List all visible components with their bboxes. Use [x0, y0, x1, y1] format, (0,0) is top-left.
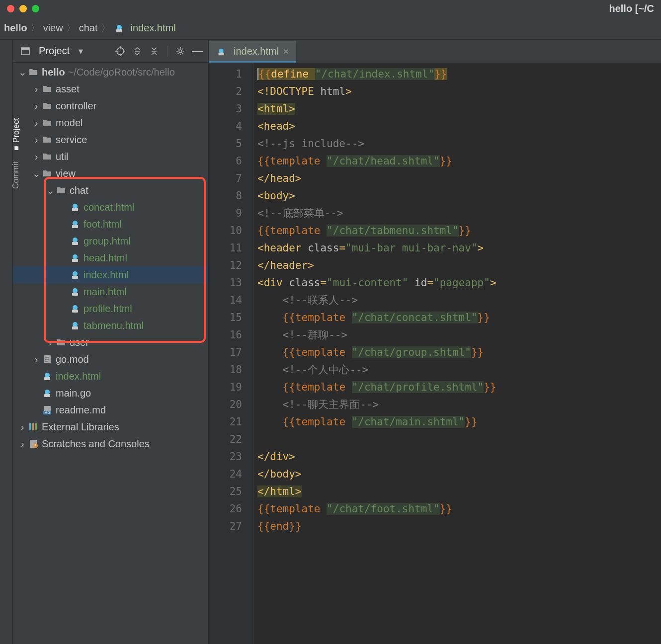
tree-file-go.mod[interactable]: ›go.mod [13, 351, 208, 368]
tree-folder-controller[interactable]: ›controller [13, 97, 208, 114]
line-number[interactable]: 26 [209, 500, 242, 518]
chevron-right-icon[interactable]: › [17, 435, 28, 452]
tree-file-readme.md[interactable]: ·MDreadme.md [13, 402, 208, 418]
tree-file-main.go[interactable]: ·main.go [13, 385, 208, 402]
crumb-chat[interactable]: chat [79, 22, 98, 34]
chevron-right-icon[interactable]: › [31, 131, 42, 148]
line-number[interactable]: 18 [209, 361, 242, 379]
tree-folder-user[interactable]: ›user [13, 334, 208, 351]
code-line[interactable]: <header class="mui-bar mui-bar-nav"> [257, 240, 661, 257]
collapse-all-icon[interactable] [148, 45, 160, 57]
line-number[interactable]: 27 [209, 518, 242, 535]
code-line[interactable]: </header> [257, 257, 661, 274]
code-line[interactable]: {{template "/chat/tabmenu.shtml"}} [257, 222, 661, 240]
code-line[interactable]: <head> [257, 118, 661, 135]
chevron-down-icon[interactable]: ▾ [75, 45, 86, 57]
tree-folder-model[interactable]: ›model [13, 114, 208, 131]
chevron-right-icon[interactable]: › [45, 334, 56, 351]
tree-file-concat.html[interactable]: ·concat.html [13, 199, 208, 216]
code-line[interactable]: <html> [257, 100, 661, 118]
code-line[interactable]: <!--群聊--> [257, 326, 661, 344]
tree-file-foot.html[interactable]: ·foot.html [13, 216, 208, 233]
minimize-window-button[interactable] [19, 5, 27, 12]
line-number[interactable]: 20 [209, 396, 242, 413]
code-line[interactable]: </body> [257, 466, 661, 483]
code-line[interactable]: <!DOCTYPE html> [257, 83, 661, 100]
line-number[interactable]: 24 [209, 466, 242, 483]
line-number[interactable]: 13 [209, 274, 242, 292]
line-number[interactable]: 7 [209, 170, 242, 187]
line-number[interactable]: 19 [209, 379, 242, 396]
chevron-right-icon[interactable]: › [31, 148, 42, 165]
code-line[interactable]: </head> [257, 170, 661, 187]
tree-file-index.html[interactable]: ·index.html [13, 368, 208, 385]
code-line[interactable]: {{end}} [257, 518, 661, 535]
chevron-right-icon[interactable]: › [31, 114, 42, 131]
line-number[interactable]: 23 [209, 448, 242, 466]
line-number[interactable]: 15 [209, 309, 242, 326]
line-number[interactable]: 8 [209, 187, 242, 205]
code-body[interactable]: {{define "/chat/index.shtml"}}<!DOCTYPE … [253, 63, 661, 644]
chevron-right-icon[interactable]: › [31, 97, 42, 114]
code-line[interactable]: <div class="mui-content" id="pageapp"> [257, 274, 661, 292]
panel-title[interactable]: Project [39, 45, 70, 57]
maximize-window-button[interactable] [32, 5, 39, 12]
tree-file-main.html[interactable]: ·main.html [13, 283, 208, 300]
line-number[interactable]: 14 [209, 292, 242, 309]
tree-file-index.html[interactable]: ·index.html [13, 266, 208, 283]
line-number[interactable]: 11 [209, 240, 242, 257]
tree-file-tabmenu.html[interactable]: ·tabmenu.html [13, 317, 208, 334]
line-number[interactable]: 5 [209, 135, 242, 153]
chevron-right-icon[interactable]: › [31, 351, 42, 368]
target-icon[interactable] [114, 45, 126, 57]
code-line[interactable] [257, 431, 661, 448]
line-number[interactable]: 6 [209, 153, 242, 170]
expand-all-icon[interactable] [131, 45, 143, 57]
line-number[interactable]: 4 [209, 118, 242, 135]
code-editor[interactable]: 1234567891011121314151617181920212223242… [209, 63, 661, 644]
code-line[interactable]: {{define "/chat/index.shtml"}} [257, 66, 661, 83]
line-number[interactable]: 12 [209, 257, 242, 274]
chevron-right-icon[interactable]: › [17, 418, 28, 435]
tree-folder-util[interactable]: ›util [13, 148, 208, 165]
code-line[interactable]: {{template "/chat/main.shtml"}} [257, 413, 661, 431]
code-line[interactable]: </div> [257, 448, 661, 466]
project-tree[interactable]: ⌄hello~/Code/goRoot/src/hello›asset›cont… [13, 63, 208, 644]
code-line[interactable]: <!--个人中心--> [257, 361, 661, 379]
chevron-right-icon[interactable]: › [31, 80, 42, 97]
code-line[interactable]: <!--底部菜单--> [257, 205, 661, 222]
line-number[interactable]: 9 [209, 205, 242, 222]
crumb-view[interactable]: view [43, 22, 63, 34]
code-line[interactable]: {{template "/chat/group.shtml"}} [257, 344, 661, 361]
line-number[interactable]: 10 [209, 222, 242, 240]
code-line[interactable]: <!--js include--> [257, 135, 661, 153]
tree-folder-asset[interactable]: ›asset [13, 80, 208, 97]
line-number[interactable]: 17 [209, 344, 242, 361]
code-line[interactable]: <!--联系人--> [257, 292, 661, 309]
close-icon[interactable]: ✕ [283, 47, 289, 56]
crumb-hello[interactable]: hello [4, 22, 27, 34]
chevron-down-icon[interactable]: ⌄ [45, 182, 56, 199]
tree-folder-view[interactable]: ⌄view [13, 165, 208, 182]
tree-folder-service[interactable]: ›service [13, 131, 208, 148]
tab-index-html[interactable]: index.html ✕ [209, 41, 296, 63]
tree-file-head.html[interactable]: ·head.html [13, 249, 208, 266]
chevron-down-icon[interactable]: ⌄ [31, 165, 42, 182]
code-line[interactable]: <body> [257, 187, 661, 205]
line-number[interactable]: 22 [209, 431, 242, 448]
tree-folder-chat[interactable]: ⌄chat [13, 182, 208, 199]
crumb-current[interactable]: index.html [131, 22, 176, 34]
line-number[interactable]: 3 [209, 100, 242, 118]
line-number[interactable]: 25 [209, 483, 242, 500]
tree-scratches[interactable]: ›Scratches and Consoles [13, 435, 208, 452]
close-window-button[interactable] [7, 5, 14, 12]
line-number[interactable]: 1 [209, 66, 242, 83]
tree-external-libraries[interactable]: ›External Libraries [13, 418, 208, 435]
line-number[interactable]: 21 [209, 413, 242, 431]
code-line[interactable]: {{template "/chat/foot.shtml"}} [257, 500, 661, 518]
code-line[interactable]: <!--聊天主界面--> [257, 396, 661, 413]
code-line[interactable]: {{template "/chat/profile.shtml"}} [257, 379, 661, 396]
tree-root[interactable]: ⌄hello~/Code/goRoot/src/hello [13, 64, 208, 80]
code-line[interactable]: </html> [257, 483, 661, 500]
tree-file-profile.html[interactable]: ·profile.html [13, 300, 208, 317]
